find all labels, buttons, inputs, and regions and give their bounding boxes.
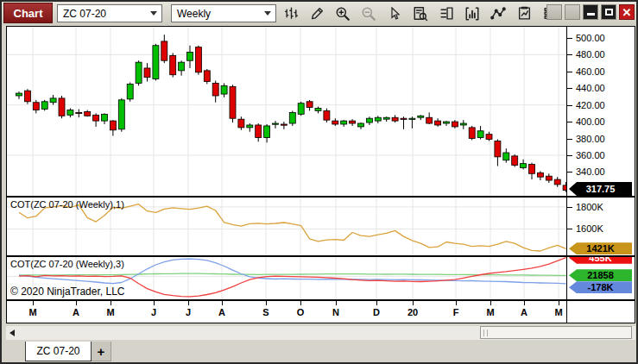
- cot1-label: COT(ZC 07-20 (Weekly),1): [10, 199, 124, 210]
- axis-tick: [567, 229, 572, 229]
- cot3-label: COT(ZC 07-20 (Weekly),3): [10, 259, 124, 269]
- cot3-green-badge: 21858: [569, 269, 632, 281]
- indicator-bars-icon: [464, 6, 480, 22]
- window-split-button[interactable]: [437, 4, 456, 22]
- time-axis-tick: [76, 301, 77, 305]
- line-tool-button[interactable]: [489, 4, 508, 22]
- maximize-icon: [605, 9, 613, 16]
- time-axis-label: A: [73, 307, 79, 317]
- time-axis[interactable]: MAMJJASOND20FMAM: [7, 301, 566, 323]
- axis-tick-label: 340.00: [576, 166, 605, 177]
- axis-tick: [567, 207, 572, 208]
- properties-button[interactable]: [515, 4, 534, 22]
- scrollbar-thumb[interactable]: [480, 326, 632, 339]
- time-axis-tick: [300, 301, 301, 305]
- time-axis-tick: [266, 301, 267, 305]
- zoom-in-icon: [335, 6, 351, 22]
- title-bar: Chart ZC 07-20 Weekly: [2, 2, 636, 25]
- time-axis-label: M: [28, 307, 36, 317]
- time-axis-tick: [376, 301, 377, 305]
- cot1-axis[interactable]: 1421K 1800K1600K: [566, 198, 635, 255]
- data-box-icon: [413, 6, 428, 22]
- copyright-text: © 2020 NinjaTrader, LLC: [10, 286, 124, 298]
- time-axis-label: 20: [407, 307, 418, 317]
- minimize-icon: [587, 13, 595, 16]
- blank-button-1[interactable]: [546, 4, 562, 20]
- axis-tick-label: 480.00: [576, 49, 605, 60]
- window-title: Chart: [3, 3, 53, 23]
- instrument-value: ZC 07-20: [58, 8, 146, 20]
- time-axis-label: O: [297, 307, 305, 317]
- time-axis-tick: [154, 301, 155, 305]
- chart-frame: 317.75 500.00480.00460.00440.00420.00400…: [6, 26, 635, 323]
- axis-tick: [567, 155, 572, 156]
- axis-tick-label: 400.00: [576, 116, 605, 127]
- axis-tick-label: 1600K: [576, 223, 603, 234]
- window-split-icon: [439, 6, 454, 21]
- time-axis-tick: [524, 301, 525, 305]
- arrow-left-icon: [9, 329, 15, 336]
- time-axis-label: D: [373, 307, 380, 317]
- period-select[interactable]: Weekly: [171, 4, 276, 22]
- cursor-icon: [388, 7, 401, 21]
- time-axis-tick: [456, 301, 457, 305]
- chevron-down-icon[interactable]: [260, 11, 275, 16]
- horizontal-scrollbar[interactable]: [6, 326, 635, 340]
- time-axis-tick: [413, 301, 414, 305]
- zoom-out-button[interactable]: [359, 4, 378, 22]
- scrollbar-track[interactable]: [18, 326, 623, 340]
- pencil-icon: [310, 6, 325, 21]
- close-icon: ✕: [622, 7, 632, 18]
- cot3-panel[interactable]: COT(ZC 07-20 (Weekly),3) © 2020 NinjaTra…: [7, 257, 566, 299]
- axis-tick-label: 460.00: [576, 66, 605, 77]
- close-button[interactable]: ✕: [619, 4, 635, 20]
- cot3-axis[interactable]: 455K 21858 -178K: [566, 257, 635, 299]
- axis-tick: [567, 38, 572, 39]
- cot3-red-badge: 455K: [569, 257, 632, 264]
- maximize-button[interactable]: [601, 4, 616, 20]
- axis-tick-label: 380.00: [576, 134, 605, 144]
- price-axis[interactable]: 317.75 500.00480.00460.00440.00420.00400…: [566, 27, 635, 196]
- axis-tick: [567, 72, 572, 72]
- axis-tick-label: 1800K: [576, 202, 603, 212]
- blank-button-2[interactable]: [565, 4, 580, 20]
- bars-icon: [284, 6, 299, 21]
- window-buttons: ✕: [546, 4, 635, 20]
- time-axis-label: N: [332, 307, 339, 317]
- cursor-button[interactable]: [385, 4, 404, 22]
- bars-type-button[interactable]: [281, 4, 300, 22]
- zoom-in-button[interactable]: [333, 4, 352, 22]
- time-axis-tick: [222, 301, 223, 305]
- scroll-left-button[interactable]: [6, 326, 18, 340]
- cot1-value-badge: 1421K: [569, 242, 632, 254]
- time-axis-tick: [111, 301, 111, 305]
- cot1-panel[interactable]: COT(ZC 07-20 (Weekly),1): [7, 198, 566, 255]
- price-panel[interactable]: [7, 27, 566, 196]
- add-tab-button[interactable]: +: [92, 342, 111, 361]
- tab-bar: ZC 07-20 +: [6, 342, 111, 362]
- indicators-button[interactable]: [463, 4, 482, 22]
- time-axis-label: S: [262, 307, 268, 317]
- time-axis-tick: [188, 301, 189, 305]
- axis-tick-label: 440.00: [576, 83, 605, 93]
- axis-tick: [567, 139, 572, 140]
- data-box-button[interactable]: [411, 4, 430, 22]
- tab-zc-07-20[interactable]: ZC 07-20: [25, 342, 92, 361]
- time-axis-tick: [559, 301, 559, 305]
- minimize-button[interactable]: [583, 4, 598, 20]
- chart-window: Chart ZC 07-20 Weekly: [0, 0, 638, 364]
- time-axis-label: J: [186, 307, 191, 317]
- time-axis-tick: [33, 301, 34, 305]
- instrument-select[interactable]: ZC 07-20: [57, 4, 162, 22]
- zigzag-line-icon: [490, 6, 506, 22]
- time-axis-label: J: [151, 307, 156, 317]
- candlestick-chart[interactable]: [7, 27, 566, 196]
- time-axis-label: M: [554, 307, 562, 317]
- chevron-down-icon[interactable]: [146, 11, 161, 16]
- time-axis-tick: [490, 301, 491, 305]
- draw-button[interactable]: [307, 4, 326, 22]
- axis-tick: [567, 105, 572, 106]
- axis-tick: [567, 88, 572, 89]
- axis-tick: [567, 172, 572, 173]
- axis-tick: [567, 54, 572, 55]
